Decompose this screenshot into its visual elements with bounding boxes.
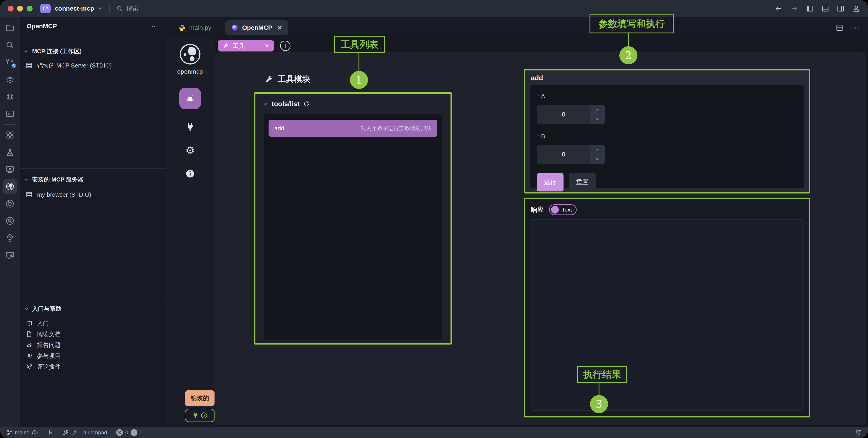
sidebar: OpenMCP ⋯ MCP 连接 (工作区) 锦恢的 MCP Server (S…: [20, 17, 166, 427]
sync-indicator[interactable]: [31, 429, 38, 436]
user-badge[interactable]: 锦恢的: [185, 390, 215, 406]
maximize-window-button[interactable]: [27, 6, 33, 11]
sidebar-item-read-docs[interactable]: 阅读文档: [26, 329, 163, 340]
search-sidebar-icon[interactable]: [0, 37, 20, 54]
tab-main-py[interactable]: main.py: [178, 24, 211, 31]
server-icon: [26, 191, 33, 198]
tab-openmcp[interactable]: OpenMCP ✕: [225, 20, 288, 35]
input-a[interactable]: [537, 105, 590, 124]
branch-indicator[interactable]: main*: [6, 430, 29, 436]
terminal-icon[interactable]: [0, 105, 20, 122]
run-button[interactable]: 运行: [537, 173, 563, 192]
titlebar: CM connect-mcp 搜索: [0, 0, 868, 17]
section-installed-servers[interactable]: 安装的 MCP 服务器: [24, 176, 84, 183]
stepper-a: [590, 105, 605, 124]
step-up-icon[interactable]: [590, 145, 605, 155]
input-b[interactable]: [537, 145, 590, 164]
titlebar-divider: [110, 4, 110, 13]
close-tag-icon[interactable]: ✕: [265, 43, 269, 49]
code-search-icon[interactable]: [0, 212, 20, 229]
check-circle-icon: [200, 412, 208, 419]
sidebar-item-my-browser[interactable]: my-browser (STDIO): [26, 189, 163, 201]
lab-flask-icon[interactable]: [0, 144, 20, 161]
sidebar-more-button[interactable]: ⋯: [151, 22, 159, 30]
toggle-panel-icon[interactable]: [822, 5, 829, 12]
tools-module-heading: 工具模块: [265, 74, 310, 85]
screen-watch-icon[interactable]: [0, 246, 20, 264]
number-input-a: [537, 105, 605, 124]
bug-icon: [185, 93, 195, 104]
preview-icon[interactable]: [0, 71, 20, 88]
close-window-button[interactable]: [8, 6, 13, 11]
minimize-window-button[interactable]: [17, 6, 23, 11]
comment-icon: [26, 363, 33, 370]
tool-form-section: add *A *B: [524, 69, 810, 194]
tab-bar: main.py OpenMCP ✕ ⋯: [166, 17, 868, 38]
sidebar-divider: [20, 168, 166, 169]
notifications-muted-icon[interactable]: [855, 429, 862, 436]
debug-icon[interactable]: [0, 88, 20, 105]
tools-list-card: add 对两个数字进行实数域的加法: [264, 114, 442, 340]
toggle-sidebar-icon[interactable]: [806, 5, 814, 12]
explorer-icon[interactable]: [0, 20, 20, 37]
step-down-icon[interactable]: [590, 155, 605, 164]
extensions-icon[interactable]: [0, 127, 20, 144]
tool-row-add[interactable]: add 对两个数字进行实数域的加法: [269, 120, 437, 137]
search-placeholder: 搜索: [126, 4, 138, 13]
response-format-toggle[interactable]: Text: [549, 204, 577, 215]
step-down-icon[interactable]: [590, 114, 605, 124]
openmcp-activity-icon[interactable]: [0, 178, 20, 195]
openmcp-orb-icon: [231, 24, 239, 31]
response-section: 响应 Text: [524, 198, 810, 417]
global-search[interactable]: 搜索: [116, 4, 138, 13]
section-getting-started[interactable]: 入门与帮助: [24, 305, 61, 313]
chevron-down-icon[interactable]: [97, 6, 103, 11]
settings-panel-button[interactable]: ⚙: [179, 139, 201, 161]
sidebar-item-mcp-server[interactable]: 锦恢的 MCP Server (STDIO): [26, 60, 163, 71]
tool-tag[interactable]: 工具 ✕: [218, 40, 274, 52]
about-panel-button[interactable]: [179, 163, 201, 184]
annotation-circle-1: 1: [350, 71, 368, 89]
editor-more-actions-icon[interactable]: ⋯: [852, 23, 860, 32]
tree-icon[interactable]: [0, 229, 20, 246]
reset-button[interactable]: 重置: [569, 173, 596, 192]
annotation-box-3: 执行结果: [577, 366, 627, 383]
problems-indicator[interactable]: ✕ 0 ! 0: [116, 429, 143, 436]
forward-button[interactable]: [790, 4, 798, 13]
openmcp-webview: openmcp ⚙ 锦恢的: [166, 38, 868, 427]
chevron-down-icon: [262, 101, 268, 107]
info-icon: [185, 169, 195, 178]
openmcp-logo: [178, 42, 202, 66]
connection-panel-button[interactable]: [179, 116, 201, 138]
source-control-icon[interactable]: [0, 54, 20, 71]
remote-monitor-icon[interactable]: [0, 161, 20, 178]
connection-status-pill[interactable]: [185, 409, 215, 422]
refresh-icon[interactable]: [303, 100, 310, 107]
pipeline-indicator[interactable]: [47, 430, 54, 436]
section-mcp-connections[interactable]: MCP 连接 (工作区): [24, 47, 82, 55]
form-title: add: [525, 70, 809, 85]
bug-icon: [26, 342, 33, 348]
split-editor-icon[interactable]: [835, 24, 844, 32]
workspace-title[interactable]: connect-mcp: [55, 5, 94, 12]
api-icon[interactable]: [0, 195, 20, 212]
sidebar-item-review-plugin[interactable]: 评论插件: [26, 361, 163, 372]
toggle-secondary-sidebar-icon[interactable]: [837, 5, 844, 12]
back-button[interactable]: [774, 4, 782, 13]
number-input-b: [537, 145, 605, 164]
account-icon[interactable]: [852, 4, 860, 13]
add-debug-tab-button[interactable]: +: [280, 41, 290, 51]
sidebar-item-report-issue[interactable]: 报告问题: [26, 340, 163, 350]
sidebar-item-contribute[interactable]: 参与项目: [26, 350, 163, 361]
wrench-icon: [223, 43, 228, 49]
step-up-icon[interactable]: [590, 105, 605, 114]
debug-panel-button[interactable]: [179, 88, 201, 109]
tools-group-header[interactable]: tools/list: [255, 94, 451, 113]
book-icon: [26, 320, 33, 327]
close-tab-icon[interactable]: ✕: [277, 24, 282, 31]
sidebar-item-getting-started[interactable]: 入门: [26, 318, 163, 329]
warning-count: 0: [140, 430, 143, 436]
sidebar-title: OpenMCP: [27, 23, 57, 30]
openmcp-logo-label: openmcp: [177, 68, 203, 75]
launchpad-item[interactable]: Launchpad: [63, 429, 107, 436]
